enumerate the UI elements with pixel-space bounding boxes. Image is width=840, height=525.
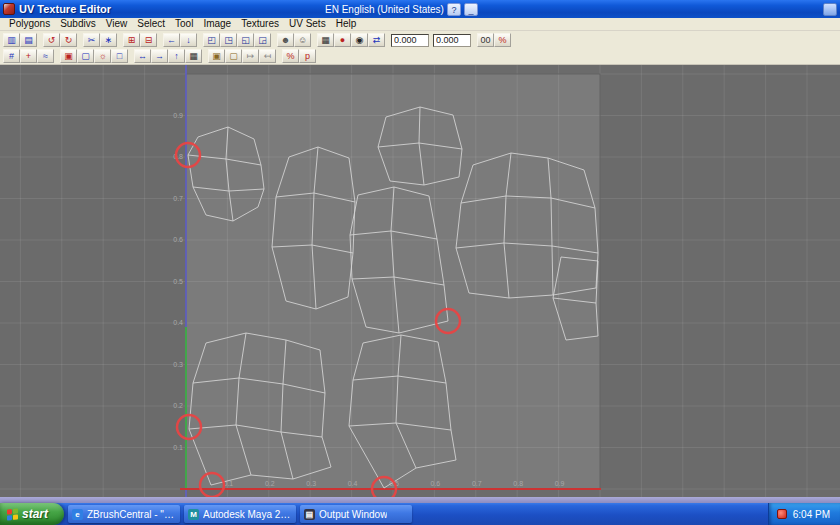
v-coordinate-field[interactable]	[433, 34, 471, 47]
relax-uvs-icon[interactable]: ☼	[94, 49, 111, 63]
align-left-icon[interactable]: ←	[163, 33, 180, 47]
view-grid-2-icon[interactable]: ◳	[220, 33, 237, 47]
taskbar-task[interactable]: eZBrushCentral - "Mult...	[68, 505, 180, 523]
dim-image-icon[interactable]: ●	[334, 33, 351, 47]
taskbar-task-label: Output Window	[319, 509, 387, 520]
window-title: UV Texture Editor	[19, 3, 111, 15]
v-tick-label: 0.1	[173, 444, 183, 451]
uv-canvas-viewport[interactable]: 0.10.20.30.40.50.60.70.80.90.10.20.30.40…	[0, 65, 840, 497]
grid-coordinates-icon[interactable]: 00	[477, 33, 494, 47]
uv-smudge-tool-icon[interactable]: ≈	[37, 49, 54, 63]
move-uv-shell-tool-icon[interactable]: +	[20, 49, 37, 63]
language-bar-minimize-button[interactable]	[823, 3, 837, 16]
taskbar-tasks: eZBrushCentral - "Mult...MAutodesk Maya …	[64, 505, 412, 523]
uv-texture-editor-window: UV Texture Editor EN English (United Sta…	[0, 0, 840, 525]
toolbar-group: ◰◳◱◲	[203, 33, 271, 47]
menu-item-help[interactable]: Help	[331, 18, 362, 30]
toolbar-group: ✂∗	[83, 33, 117, 47]
menu-item-textures[interactable]: Textures	[236, 18, 284, 30]
tray-application-icon[interactable]	[777, 509, 787, 519]
align-up-icon[interactable]: ↑	[168, 49, 185, 63]
start-button[interactable]: start	[0, 503, 64, 525]
internet-explorer-icon: e	[72, 509, 83, 520]
view-grid-4-icon[interactable]: ◲	[254, 33, 271, 47]
straighten-uvs-icon[interactable]: ↔	[134, 49, 151, 63]
v-tick-label: 0.5	[173, 278, 183, 285]
toolbar-row-1: ▥▤↺↻✂∗⊞⊟←↓◰◳◱◲☻☺▦●◉⇄00%	[3, 32, 837, 48]
cut-uv-edges-icon[interactable]: ✂	[83, 33, 100, 47]
sew-uv-edges-icon[interactable]: ⊞	[123, 33, 140, 47]
toolbar-group: ▦●◉⇄	[317, 33, 385, 47]
toolbar-row-2: #+≈▣▢☼□↔→↑▦▣▢↦↤%p	[3, 48, 837, 64]
paste-v-icon[interactable]: ↤	[259, 49, 276, 63]
language-help-button[interactable]: ?	[447, 3, 461, 16]
move-and-sew-uvs-icon[interactable]: ⊟	[140, 33, 157, 47]
paste-u-icon[interactable]: ↦	[242, 49, 259, 63]
u-tick-label: 0.2	[265, 480, 275, 487]
menu-item-polygons[interactable]: Polygons	[4, 18, 55, 30]
menu-item-select[interactable]: Select	[132, 18, 170, 30]
view-grid-1-icon[interactable]: ◰	[203, 33, 220, 47]
toolbar-group: ↺↻	[43, 33, 77, 47]
align-down-icon[interactable]: ↓	[180, 33, 197, 47]
swap-uv-icon[interactable]: ⇄	[368, 33, 385, 47]
split-uvs-icon[interactable]: ∗	[100, 33, 117, 47]
toolbar-group: %p	[282, 49, 316, 63]
rotate-uvs-cw-icon[interactable]: ↻	[60, 33, 77, 47]
u-tick-label: 0.6	[431, 480, 441, 487]
toolbar: ▥▤↺↻✂∗⊞⊟←↓◰◳◱◲☻☺▦●◉⇄00% #+≈▣▢☼□↔→↑▦▣▢↦↤%…	[0, 31, 840, 65]
u-tick-label: 0.9	[555, 480, 565, 487]
u-tick-label: 0.3	[306, 480, 316, 487]
refresh-percent-icon[interactable]: %	[494, 33, 511, 47]
rotate-uvs-ccw-icon[interactable]: ↺	[43, 33, 60, 47]
flip-u-icon[interactable]: ▥	[3, 33, 20, 47]
snap-to-grid-icon[interactable]: ▦	[185, 49, 202, 63]
menu-item-uv-sets[interactable]: UV Sets	[284, 18, 331, 30]
system-tray: 6:04 PM	[768, 503, 840, 525]
filtered-image-icon[interactable]: ◉	[351, 33, 368, 47]
toolbar-group: ☻☺	[277, 33, 311, 47]
uv-lattice-tool-icon[interactable]: #	[3, 49, 20, 63]
menu-bar: PolygonsSubdivsViewSelectToolImageTextur…	[0, 18, 840, 31]
taskbar-task[interactable]: MAutodesk Maya 2008 ...	[184, 505, 296, 523]
taskbar-task-label: ZBrushCentral - "Mult...	[87, 509, 176, 520]
menu-item-image[interactable]: Image	[198, 18, 236, 30]
unfold-uvs-icon[interactable]: ▢	[77, 49, 94, 63]
menu-item-view[interactable]: View	[101, 18, 133, 30]
isolate-select-icon[interactable]: ☻	[277, 33, 294, 47]
paste-uvs-icon[interactable]: ▢	[225, 49, 242, 63]
isolate-select-add-icon[interactable]: ☺	[294, 33, 311, 47]
title-bar: UV Texture Editor EN English (United Sta…	[0, 0, 840, 18]
language-bar-label: EN English (United States)	[325, 4, 444, 15]
language-options-button[interactable]: _	[464, 3, 478, 16]
app-icon	[3, 3, 15, 15]
start-button-label: start	[22, 507, 48, 521]
percent-units-icon[interactable]: %	[282, 49, 299, 63]
v-tick-label: 0.3	[173, 361, 183, 368]
align-right-icon[interactable]: →	[151, 49, 168, 63]
u-tick-label: 0.4	[348, 480, 358, 487]
menu-item-subdivs[interactable]: Subdivs	[55, 18, 101, 30]
menu-item-tool[interactable]: Tool	[170, 18, 198, 30]
taskbar-task[interactable]: ▤Output Window	[300, 505, 412, 523]
map-uv-border-icon[interactable]: □	[111, 49, 128, 63]
v-tick-label: 0.7	[173, 195, 183, 202]
view-grid-3-icon[interactable]: ◱	[237, 33, 254, 47]
uv-canvas-svg[interactable]: 0.10.20.30.40.50.60.70.80.90.10.20.30.40…	[0, 65, 840, 497]
flip-v-icon[interactable]: ▤	[20, 33, 37, 47]
toolbar-group: ⊞⊟	[123, 33, 157, 47]
v-tick-label: 0.2	[173, 402, 183, 409]
maya-icon: M	[188, 509, 199, 520]
pixel-units-icon[interactable]: p	[299, 49, 316, 63]
language-bar[interactable]: EN English (United States) ? _	[325, 1, 478, 17]
windows-flag-icon	[7, 508, 18, 520]
output-window-icon: ▤	[304, 509, 315, 520]
copy-uvs-icon[interactable]: ▣	[208, 49, 225, 63]
u-coordinate-field[interactable]	[391, 34, 429, 47]
u-tick-label: 0.7	[472, 480, 482, 487]
taskbar: start eZBrushCentral - "Mult...MAutodesk…	[0, 503, 840, 525]
display-image-icon[interactable]: ▦	[317, 33, 334, 47]
taskbar-task-label: Autodesk Maya 2008 ...	[203, 509, 292, 520]
toolbar-group: ↔→↑▦	[134, 49, 202, 63]
layout-uvs-icon[interactable]: ▣	[60, 49, 77, 63]
